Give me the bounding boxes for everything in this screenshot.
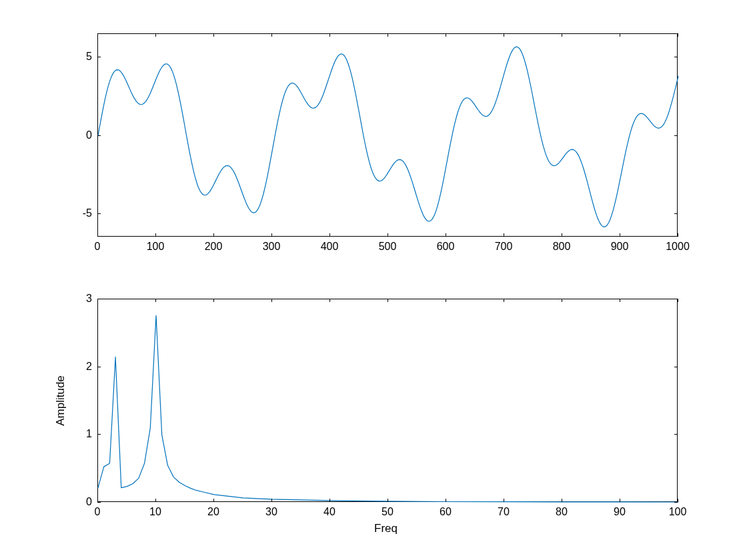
x-tick <box>504 299 504 302</box>
x-tick <box>155 499 156 502</box>
x-tick <box>562 233 562 237</box>
x-tick <box>678 499 678 502</box>
x-tick <box>329 299 330 302</box>
x-tick <box>271 33 272 37</box>
y-tick <box>97 434 101 435</box>
x-tick <box>388 33 388 37</box>
axes-signal <box>97 33 678 237</box>
y-tick <box>674 367 678 367</box>
x-tick <box>97 33 98 37</box>
x-tick <box>678 33 678 37</box>
x-tick-label: 1000 <box>666 241 690 253</box>
y-tick <box>674 135 678 136</box>
x-tick <box>678 299 678 302</box>
x-tick-label: 90 <box>614 506 626 518</box>
x-tick-label: 30 <box>265 506 277 518</box>
x-tick <box>504 33 504 37</box>
x-tick <box>620 233 620 237</box>
y-tick <box>97 367 101 367</box>
y-tick-label: 5 <box>86 51 92 63</box>
x-tick <box>620 33 620 37</box>
x-tick <box>446 499 446 502</box>
x-tick <box>388 299 388 302</box>
y-tick <box>674 434 678 435</box>
y-tick <box>674 299 678 299</box>
x-tick-label: 40 <box>323 506 335 518</box>
x-tick-label: 0 <box>95 241 101 253</box>
y-tick <box>97 502 101 503</box>
x-tick <box>329 33 330 37</box>
x-tick <box>155 299 156 302</box>
x-tick-label: 600 <box>437 241 455 253</box>
x-tick <box>388 499 388 502</box>
x-tick-label: 10 <box>149 506 161 518</box>
x-tick <box>213 33 214 37</box>
x-tick <box>329 233 330 237</box>
x-tick-label: 200 <box>205 241 223 253</box>
y-tick <box>97 135 101 136</box>
figure: Freq Amplitude 0100200300400500600700800… <box>0 0 747 560</box>
x-tick-label: 0 <box>95 506 101 518</box>
y-tick <box>674 502 678 503</box>
line-spectrum <box>98 299 677 501</box>
x-tick-label: 800 <box>553 241 571 253</box>
y-tick <box>674 57 678 57</box>
line-signal <box>98 34 677 236</box>
x-tick-label: 60 <box>440 506 452 518</box>
y-tick <box>97 57 101 57</box>
x-tick-label: 50 <box>382 506 394 518</box>
x-tick-label: 400 <box>321 241 339 253</box>
y-tick-label: 1 <box>86 428 92 440</box>
x-tick <box>678 233 678 237</box>
x-tick-label: 100 <box>669 506 687 518</box>
x-tick <box>271 233 272 237</box>
y-tick-label: 3 <box>86 293 92 305</box>
x-tick-label: 500 <box>379 241 397 253</box>
y-tick <box>674 213 678 214</box>
axes-spectrum-xlabel: Freq <box>374 522 398 535</box>
x-tick <box>329 499 330 502</box>
x-tick-label: 700 <box>495 241 513 253</box>
x-tick <box>562 299 562 302</box>
x-tick <box>504 233 504 237</box>
x-tick-label: 300 <box>263 241 281 253</box>
x-tick <box>562 33 562 37</box>
x-tick <box>446 233 446 237</box>
x-tick <box>97 233 98 237</box>
x-tick-label: 70 <box>498 506 510 518</box>
x-tick-label: 20 <box>207 506 219 518</box>
x-tick <box>446 33 446 37</box>
y-tick-label: 0 <box>86 496 92 508</box>
x-tick <box>271 499 272 502</box>
x-tick <box>620 299 620 302</box>
y-tick <box>97 213 101 214</box>
x-tick <box>155 33 156 37</box>
x-tick <box>213 299 214 302</box>
x-tick-label: 100 <box>147 241 165 253</box>
axes-spectrum-ylabel: Amplitude <box>54 375 67 426</box>
y-tick-label: -5 <box>83 207 92 219</box>
x-tick <box>388 233 388 237</box>
y-tick <box>97 299 101 299</box>
x-tick <box>446 299 446 302</box>
x-tick <box>562 499 562 502</box>
x-tick <box>504 499 504 502</box>
x-tick <box>620 499 620 502</box>
x-tick <box>213 233 214 237</box>
x-tick-label: 80 <box>556 506 568 518</box>
x-tick-label: 900 <box>611 241 629 253</box>
axes-spectrum <box>97 299 678 502</box>
x-tick <box>213 499 214 502</box>
y-tick-label: 0 <box>86 129 92 141</box>
x-tick <box>155 233 156 237</box>
x-tick <box>271 299 272 302</box>
y-tick-label: 2 <box>86 361 92 373</box>
